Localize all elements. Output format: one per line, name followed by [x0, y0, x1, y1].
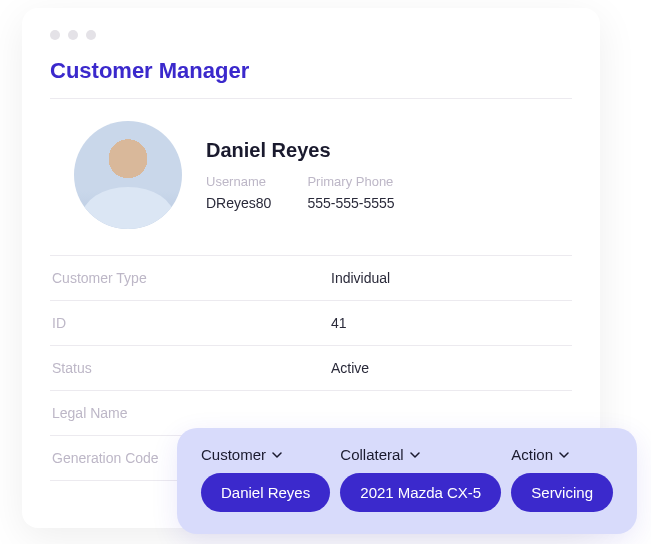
window-dot	[86, 30, 96, 40]
action-group-customer: Customer Daniel Reyes	[201, 446, 330, 512]
detail-label: Status	[52, 360, 291, 376]
detail-row-customer-type: Customer Type Individual	[50, 255, 572, 301]
chevron-down-icon	[272, 450, 282, 460]
window-controls	[50, 30, 572, 40]
profile-info: Daniel Reyes Username DReyes80 Primary P…	[206, 139, 395, 211]
action-pill-button[interactable]: Servicing	[511, 473, 613, 512]
detail-label: Customer Type	[52, 270, 291, 286]
username-field: Username DReyes80	[206, 174, 271, 211]
username-value: DReyes80	[206, 195, 271, 211]
phone-field: Primary Phone 555-555-5555	[307, 174, 394, 211]
dropdown-label: Customer	[201, 446, 266, 463]
detail-value: Individual	[291, 270, 570, 286]
detail-label: ID	[52, 315, 291, 331]
collateral-dropdown[interactable]: Collateral	[340, 446, 419, 463]
customer-name: Daniel Reyes	[206, 139, 395, 162]
detail-value: Active	[291, 360, 570, 376]
window-dot	[50, 30, 60, 40]
customer-dropdown[interactable]: Customer	[201, 446, 282, 463]
window-dot	[68, 30, 78, 40]
chevron-down-icon	[410, 450, 420, 460]
detail-label: Legal Name	[52, 405, 291, 421]
action-bar: Customer Daniel Reyes Collateral 2021 Ma…	[177, 428, 637, 534]
action-group-collateral: Collateral 2021 Mazda CX-5	[340, 446, 501, 512]
dropdown-label: Action	[511, 446, 553, 463]
detail-row-status: Status Active	[50, 346, 572, 391]
page-title: Customer Manager	[50, 58, 572, 84]
chevron-down-icon	[559, 450, 569, 460]
action-dropdown[interactable]: Action	[511, 446, 569, 463]
collateral-pill-button[interactable]: 2021 Mazda CX-5	[340, 473, 501, 512]
divider	[50, 98, 572, 99]
detail-value: 41	[291, 315, 570, 331]
customer-pill-button[interactable]: Daniel Reyes	[201, 473, 330, 512]
detail-row-id: ID 41	[50, 301, 572, 346]
phone-value: 555-555-5555	[307, 195, 394, 211]
phone-label: Primary Phone	[307, 174, 394, 189]
dropdown-label: Collateral	[340, 446, 403, 463]
action-group-action: Action Servicing	[511, 446, 613, 512]
username-label: Username	[206, 174, 271, 189]
avatar	[74, 121, 182, 229]
profile-section: Daniel Reyes Username DReyes80 Primary P…	[50, 121, 572, 229]
